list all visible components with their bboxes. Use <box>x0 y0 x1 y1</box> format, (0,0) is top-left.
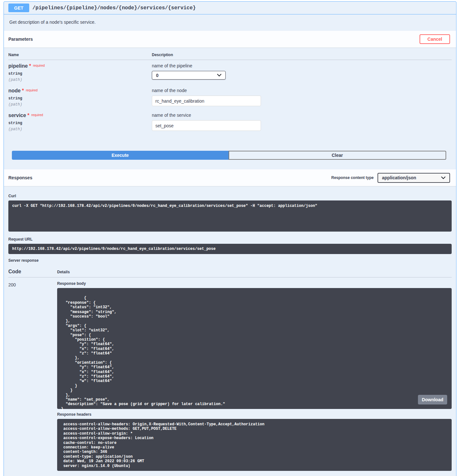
column-header-name: Name <box>8 53 152 57</box>
param-type: string <box>8 96 152 101</box>
response-content-type-value: application/json <box>382 175 416 180</box>
clear-button[interactable]: Clear <box>229 151 447 160</box>
node-input[interactable] <box>152 96 261 106</box>
param-description: name of the service <box>152 113 452 118</box>
operation-panel: GET /pipelines/{pipeline}/nodes/{node}/s… <box>4 1 456 476</box>
responses-area: Curl curl -X GET "http://192.168.178.42/… <box>4 186 456 476</box>
curl-command: curl -X GET "http://192.168.178.42/api/v… <box>8 200 452 232</box>
curl-label: Curl <box>8 194 452 198</box>
operation-summary[interactable]: GET /pipelines/{pipeline}/nodes/{node}/s… <box>4 2 456 14</box>
param-location: (path) <box>8 127 152 132</box>
response-content-type-select[interactable]: application/json <box>378 173 450 183</box>
required-label: required <box>26 89 38 92</box>
responses-header: Responses Response content type applicat… <box>4 169 456 186</box>
param-location: (path) <box>8 102 152 107</box>
request-url-value: http://192.168.178.42/api/v2/pipelines/0… <box>8 244 452 254</box>
required-star: * <box>29 63 31 69</box>
operation-description: Get description of a node's specific ser… <box>9 20 451 25</box>
service-input[interactable] <box>152 120 261 131</box>
http-method-badge: GET <box>8 4 29 12</box>
column-header-description: Description <box>152 53 173 57</box>
param-row-node: node*required string (path) name of the … <box>8 85 452 109</box>
parameters-table: Name Description pipeline*required strin… <box>4 47 456 134</box>
column-header-details: Details <box>57 270 70 274</box>
parameters-table-head: Name Description <box>8 53 452 57</box>
param-type: string <box>8 72 152 76</box>
response-body: { "response": { "status": "int32", "mess… <box>57 288 452 409</box>
param-name-pipeline: pipeline <box>8 63 28 69</box>
param-row-service: service*required string (path) name of t… <box>8 109 452 134</box>
download-button[interactable]: Download <box>418 395 447 404</box>
pipeline-select-value: 0 <box>156 73 159 78</box>
pipeline-select[interactable]: 0 <box>152 71 226 80</box>
status-code: 200 <box>8 281 57 471</box>
operation-path: /pipelines/{pipeline}/nodes/{node}/servi… <box>32 5 196 11</box>
required-label: required <box>33 64 45 67</box>
param-name-node: node <box>8 88 21 93</box>
operation-description-row: Get description of a node's specific ser… <box>4 14 456 31</box>
server-response-row: 200 Response body { "response": { "statu… <box>8 277 452 471</box>
required-star: * <box>27 113 29 118</box>
parameters-header: Parameters Cancel <box>4 31 456 47</box>
column-header-code: Code <box>8 269 57 275</box>
parameters-title: Parameters <box>8 37 33 42</box>
response-headers-label: Response headers <box>57 412 452 417</box>
param-row-pipeline: pipeline*required string (path) name of … <box>8 60 452 85</box>
param-description: name of the pipeline <box>152 63 452 68</box>
response-content-type-label: Response content type <box>331 175 374 180</box>
param-name-service: service <box>8 113 26 118</box>
server-response-label: Server response <box>8 258 452 263</box>
server-response-table-head: Code Details <box>8 269 452 275</box>
chevron-down-icon <box>217 74 221 77</box>
request-url-label: Request URL <box>8 237 452 242</box>
cancel-button[interactable]: Cancel <box>420 34 450 44</box>
response-body-label: Response body <box>57 281 452 286</box>
execute-button[interactable]: Execute <box>12 151 229 160</box>
responses-title: Responses <box>8 175 32 180</box>
required-star: * <box>22 88 24 93</box>
param-type: string <box>8 121 152 125</box>
chevron-down-icon <box>441 176 446 179</box>
required-label: required <box>31 113 43 117</box>
param-description: name of the node <box>152 88 452 93</box>
param-location: (path) <box>8 78 152 82</box>
response-headers: access-control-allow-headers: Origin,X-R… <box>57 419 452 471</box>
execute-button-group: Execute Clear <box>4 134 456 169</box>
